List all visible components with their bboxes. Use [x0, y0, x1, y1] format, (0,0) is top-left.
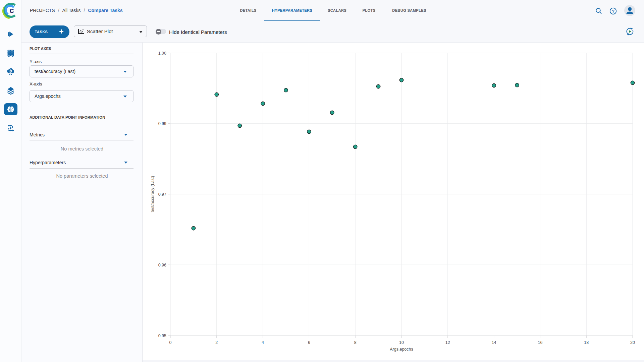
- svg-text:c: c: [10, 6, 14, 15]
- svg-text:0.97: 0.97: [158, 192, 166, 197]
- svg-text:14: 14: [492, 340, 496, 345]
- svg-text:0: 0: [169, 340, 172, 345]
- svg-text:0.96: 0.96: [158, 263, 166, 267]
- svg-text:test/accuracy (Last): test/accuracy (Last): [150, 176, 155, 212]
- svg-text:0.99: 0.99: [158, 121, 166, 126]
- svg-text:2: 2: [215, 340, 218, 345]
- svg-text:Args.epochs: Args.epochs: [390, 347, 413, 352]
- svg-text:18: 18: [584, 340, 589, 345]
- svg-text:6: 6: [308, 340, 310, 345]
- svg-text:20: 20: [630, 340, 635, 345]
- svg-text:0.95: 0.95: [158, 334, 166, 338]
- svg-text:4: 4: [262, 340, 264, 345]
- svg-text:8: 8: [354, 340, 357, 345]
- svg-text:16: 16: [538, 340, 542, 345]
- svg-text:1.00: 1.00: [158, 51, 166, 56]
- svg-text:?: ?: [612, 9, 614, 14]
- svg-text:10: 10: [399, 340, 404, 345]
- svg-text:12: 12: [445, 340, 450, 345]
